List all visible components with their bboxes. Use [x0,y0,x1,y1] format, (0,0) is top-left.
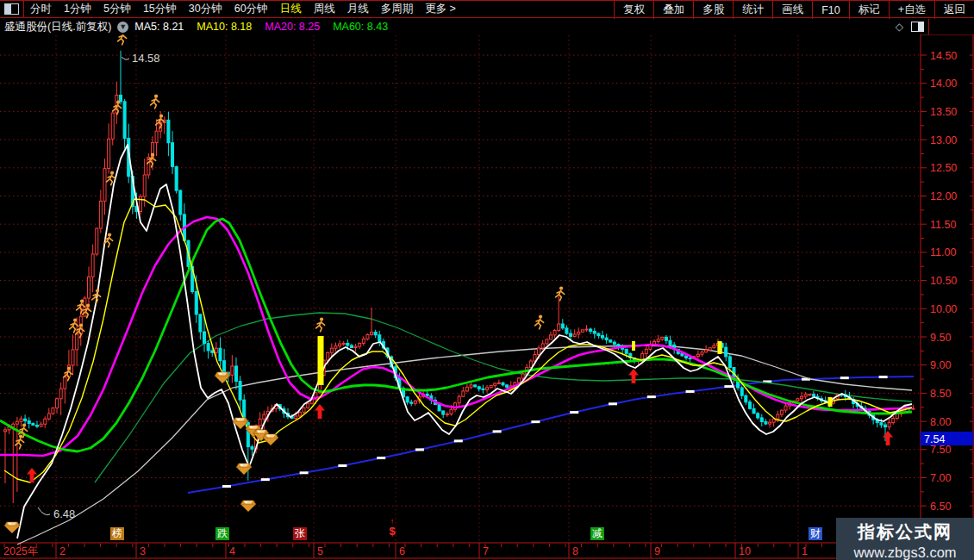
candle-body [546,339,548,344]
chart-header: 盛通股份(日线.前复权) ▼ MA5: 8.21MA10: 8.18MA20: … [0,19,974,34]
tool-返回[interactable]: 返回 [934,1,974,19]
period-日线[interactable]: 日线 [274,2,308,16]
yellow-signal-bar [718,341,722,354]
blue-line-dash [531,420,540,423]
candle-body [406,397,409,402]
candle-body [617,345,620,347]
candle-body [35,425,38,426]
candle-body [140,196,142,211]
dollar-signal-marker: ↑$ [386,518,398,537]
tool-+自选[interactable]: +自选 [889,1,934,19]
candle-body [295,416,297,419]
candle-body [59,389,62,399]
blue-line-dash [222,485,231,488]
tool-多股[interactable]: 多股 [693,1,733,19]
candle-body [143,175,146,196]
candlestick-chart[interactable]: 6.507.007.508.008.509.009.5010.0010.5011… [0,0,974,560]
blue-line-dash [493,430,502,432]
candle-body [76,334,78,350]
tool-F10[interactable]: F10 [812,1,849,19]
candle-body [303,408,305,412]
candle-body [111,113,114,139]
ma-label: MA5: 8.21 [134,21,184,33]
candle-body [414,401,416,403]
period-多周期[interactable]: 多周期 [375,2,420,16]
candle-body [342,343,345,344]
period-60分钟[interactable]: 60分钟 [228,2,274,16]
period-更多 >[interactable]: 更多 > [419,2,462,16]
app-window-iconbox[interactable] [0,0,24,18]
month-label: 9 [654,545,660,557]
candle-body [748,402,751,409]
period-月线[interactable]: 月线 [341,2,375,16]
up-arrow-icon [628,369,639,383]
candle-body [52,408,54,414]
candle-body [605,338,608,340]
candle-body [28,421,30,424]
candle-body [239,382,241,401]
candle-body [91,254,94,277]
price-axis-label: 10.00 [930,303,957,315]
marker-badge-榜: 榜 [110,527,124,540]
candle-body [32,424,34,426]
candle-body [760,418,763,422]
candle-body [777,414,779,419]
candle-body [645,349,647,353]
candle-body [474,385,477,387]
blue-line-dash [338,464,347,467]
candle-body [585,329,588,330]
candle-body [195,291,197,314]
candle-body [728,357,731,368]
tool-画线[interactable]: 画线 [772,1,812,19]
marker-badge-张: 张 [293,527,307,540]
marker-badge-跌: 跌 [215,527,229,540]
tool-统计[interactable]: 统计 [733,1,772,19]
candle-body [307,403,309,408]
candle-body [259,419,261,426]
candle-body [167,120,170,142]
candle-body [64,377,66,389]
candle-body [47,414,50,419]
month-label: 7 [483,545,489,557]
candle-body [330,348,333,352]
ma-label: MA10: 8.18 [197,21,252,33]
candle-body [765,422,767,425]
chevron-down-icon[interactable]: ▼ [117,22,128,33]
candle-body [234,366,237,382]
runner-icon [151,95,159,109]
gem-icon [240,501,256,512]
price-annotation: 6.48 [53,507,75,520]
period-nav: 分时1分钟5分钟15分钟30分钟60分钟日线周线月线多周期更多 > [24,2,462,16]
year-label: 2025年 [3,545,38,557]
tool-叠加[interactable]: 叠加 [653,1,693,19]
period-1分钟[interactable]: 1分钟 [58,2,97,16]
gem-icon [4,522,20,533]
panes-icon[interactable] [911,22,924,32]
candle-body [251,447,253,450]
candle-body [896,414,898,419]
candle-body [20,419,22,421]
period-周线[interactable]: 周线 [308,2,341,16]
period-分时[interactable]: 分时 [24,2,58,16]
diamond-icon[interactable]: ◇ [896,22,903,32]
candle-body [780,410,783,414]
yellow-signal-bar [318,336,324,385]
blue-line-dash [415,448,424,451]
candle-body [482,389,484,389]
ma-label: MA20: 8.25 [265,21,320,33]
tool-标记[interactable]: 标记 [849,1,889,19]
tool-复权[interactable]: 复权 [614,1,653,19]
candle-body [538,348,540,355]
slow-green-line [95,313,912,482]
candle-body [506,385,509,388]
ma60-line [0,219,912,451]
period-15分钟[interactable]: 15分钟 [137,2,183,16]
price-annotation: 14.58 [132,52,160,65]
gray-trend-line [17,345,912,544]
candle-body [597,333,600,336]
marker-badge-减: 减 [590,527,604,540]
period-30分钟[interactable]: 30分钟 [183,2,228,16]
month-label: 2 [59,545,66,557]
price-axis-label: 14.00 [930,78,957,90]
period-5分钟[interactable]: 5分钟 [97,2,137,16]
